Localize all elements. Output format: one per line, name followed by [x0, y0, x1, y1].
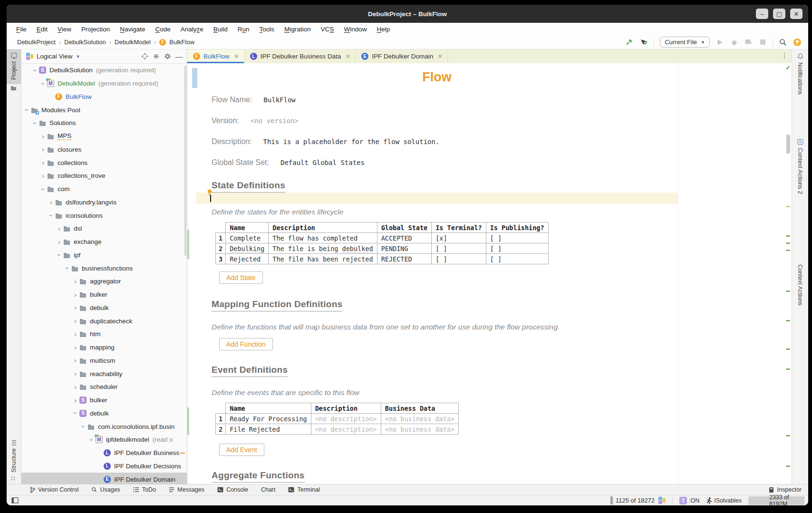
- chevron-right-icon[interactable]: ›: [39, 172, 47, 180]
- table-row[interactable]: 3RejectedThe file has been rejectedREJEC…: [216, 254, 549, 264]
- run-configuration-select[interactable]: Current File▼: [660, 37, 710, 48]
- chevron-right-icon[interactable]: ›: [72, 291, 79, 299]
- caret-position-widget[interactable]: 1125 of 18272: [610, 496, 666, 504]
- chevron-right-icon[interactable]: ›: [39, 159, 47, 166]
- tab-ipf-debulker-business-data[interactable]: LIPF Debulker Business Data✕: [244, 49, 356, 63]
- mps-editor-sheet[interactable]: Flow Flow Name:BulkFlowVersion:<no versi…: [196, 63, 678, 484]
- menu-item-file[interactable]: File: [16, 26, 27, 33]
- table-cell[interactable]: [ ]: [486, 254, 548, 264]
- title-bar[interactable]: DebulkProject – BulkFlow – ▢ ✕: [7, 5, 808, 23]
- tree-item-bulker[interactable]: ›Sbulker: [21, 394, 187, 407]
- stripe-mark[interactable]: [786, 290, 790, 292]
- stripe-mark[interactable]: [786, 435, 790, 436]
- table-row[interactable]: 2File Rejected<no description><no busine…: [216, 424, 459, 435]
- chevron-right-icon[interactable]: ›: [39, 145, 47, 153]
- tree-item-aggregator[interactable]: ›aggregator: [21, 275, 187, 288]
- table-cell[interactable]: [ ]: [432, 243, 486, 254]
- menu-item-vcs[interactable]: VCS: [321, 26, 334, 33]
- field-value[interactable]: This is a placeholder for the flow solut…: [263, 138, 439, 145]
- stripe-mark[interactable]: [786, 368, 790, 370]
- chevron-right-icon[interactable]: ›: [72, 330, 79, 338]
- table-cell[interactable]: [ ]: [432, 254, 486, 264]
- tree-item-ipf-debulker-decisions[interactable]: LIPF Debulker Decisions: [21, 460, 187, 473]
- tool-window-toggle-icon[interactable]: [11, 497, 19, 504]
- menu-item-navigate[interactable]: Navigate: [120, 26, 145, 33]
- tree-item-debulksolution[interactable]: ›SDebulkSolution(generation required): [21, 64, 187, 77]
- table-cell[interactable]: The file is being debulked: [269, 243, 377, 254]
- breadcrumb-item-debulkproject[interactable]: DebulkProject: [17, 39, 56, 46]
- menu-item-analyze[interactable]: Analyze: [181, 26, 203, 33]
- menu-item-build[interactable]: Build: [213, 26, 228, 33]
- hide-panel-icon[interactable]: —: [175, 52, 183, 60]
- menu-item-edit[interactable]: Edit: [37, 26, 48, 33]
- coverage-icon[interactable]: [744, 38, 753, 47]
- table-cell[interactable]: The flow has completed: [269, 233, 377, 243]
- add-event-button[interactable]: Add Event: [219, 444, 264, 456]
- editor[interactable]: Flow Flow Name:BulkFlowVersion:<no versi…: [187, 63, 785, 484]
- menu-item-window[interactable]: Window: [344, 26, 367, 33]
- tab-close-icon[interactable]: ✕: [437, 53, 443, 60]
- table-row[interactable]: 1CompleteThe flow has completedACCEPTED[…: [216, 233, 549, 243]
- chevron-right-icon[interactable]: ›: [56, 238, 63, 246]
- minimize-button[interactable]: –: [756, 9, 768, 19]
- tool-tab-terminal[interactable]: Terminal: [288, 486, 319, 493]
- breadcrumb-item-debulkmodel[interactable]: DebulkModel: [115, 39, 151, 46]
- stripe-mark[interactable]: [786, 242, 790, 244]
- close-button[interactable]: ✕: [790, 9, 802, 19]
- run-icon[interactable]: [715, 38, 724, 47]
- table-cell[interactable]: <no description>: [311, 414, 381, 424]
- tree-scrollbar[interactable]: [184, 66, 186, 256]
- chevron-right-icon[interactable]: ›: [72, 278, 79, 285]
- tree-item-businessfunctions[interactable]: ›businessfunctions: [21, 261, 187, 275]
- table-cell[interactable]: PENDING: [377, 243, 432, 254]
- context-actions-tool-tab[interactable]: Context Actions: [792, 264, 808, 306]
- tree-item-scheduler[interactable]: ›scheduler: [21, 380, 187, 394]
- tree-item-solutions[interactable]: ›Solutions: [21, 116, 187, 130]
- table-row[interactable]: 1Ready For Processing<no description><no…: [216, 414, 459, 424]
- table-cell[interactable]: The file has been rejected: [269, 254, 377, 264]
- field-value[interactable]: <no version>: [251, 117, 299, 125]
- favorites-folder-icon[interactable]: [10, 85, 17, 91]
- tree-item-collections-trove[interactable]: ›collections_trove: [21, 169, 187, 183]
- tab-options-icon[interactable]: ⋮: [781, 52, 788, 59]
- tree-item-ipf-debulker-domain[interactable]: EIPF Debulker Domain: [21, 473, 187, 484]
- tool-tab-messages[interactable]: Messages: [169, 486, 204, 493]
- chevron-down-icon[interactable]: ›: [31, 119, 39, 126]
- table-cell[interactable]: <no business data>: [381, 424, 458, 435]
- chevron-right-icon[interactable]: ›: [72, 397, 79, 404]
- caret-line[interactable]: [196, 193, 678, 204]
- tree-item-bulker[interactable]: ›bulker: [21, 288, 187, 301]
- tree-item-multicsm[interactable]: ›multicsm: [21, 354, 187, 368]
- chevron-down-icon[interactable]: ›: [23, 106, 31, 114]
- stripe-scroll-thumb[interactable]: [786, 135, 790, 154]
- chevron-down-icon[interactable]: ›: [48, 212, 55, 219]
- tab-bulkflow[interactable]: FBulkFlow✕: [187, 49, 244, 63]
- table-cell[interactable]: Complete: [226, 233, 269, 243]
- chevron-right-icon[interactable]: ›: [72, 383, 79, 391]
- stripe-mark[interactable]: [786, 465, 790, 467]
- table-cell[interactable]: <no business data>: [381, 414, 458, 424]
- view-selector-chevron-icon[interactable]: ▼: [76, 54, 80, 59]
- menu-item-view[interactable]: View: [58, 26, 71, 33]
- stop-icon[interactable]: [758, 38, 767, 47]
- chevron-down-icon[interactable]: ›: [39, 185, 47, 193]
- chevron-down-icon[interactable]: ›: [31, 67, 39, 74]
- tree-item-com-iconsolutions-ipf-busin[interactable]: ›com.iconsolutions.ipf.busin: [21, 420, 187, 433]
- table-cell[interactable]: ACCEPTED: [377, 233, 432, 243]
- memory-indicator[interactable]: 2333 of 8192M: [748, 496, 804, 505]
- tree-item-dslfoundry-langvis[interactable]: ›dslfoundry.langvis: [21, 196, 187, 209]
- tool-tab-version-control[interactable]: Version Control: [29, 486, 78, 493]
- menu-item-tools[interactable]: Tools: [260, 26, 275, 33]
- table-cell[interactable]: Rejected: [226, 254, 269, 264]
- chevron-right-icon[interactable]: ›: [72, 357, 79, 364]
- field-value[interactable]: BulkFlow: [263, 96, 295, 104]
- maximize-button[interactable]: ▢: [773, 9, 785, 19]
- state-definitions-table[interactable]: NameDescriptionGlobal StateIs Terminal?I…: [215, 222, 549, 264]
- rerun-checks-icon[interactable]: [639, 38, 648, 47]
- menu-item-help[interactable]: Help: [377, 26, 390, 33]
- intention-bulb-icon[interactable]: [207, 189, 212, 196]
- structure-tool-tab[interactable]: Structure: [7, 440, 21, 473]
- tree-item-htm[interactable]: ›htm: [21, 328, 187, 341]
- menu-item-code[interactable]: Code: [155, 26, 170, 33]
- breadcrumb-item-bulkflow[interactable]: BulkFlow: [169, 39, 194, 46]
